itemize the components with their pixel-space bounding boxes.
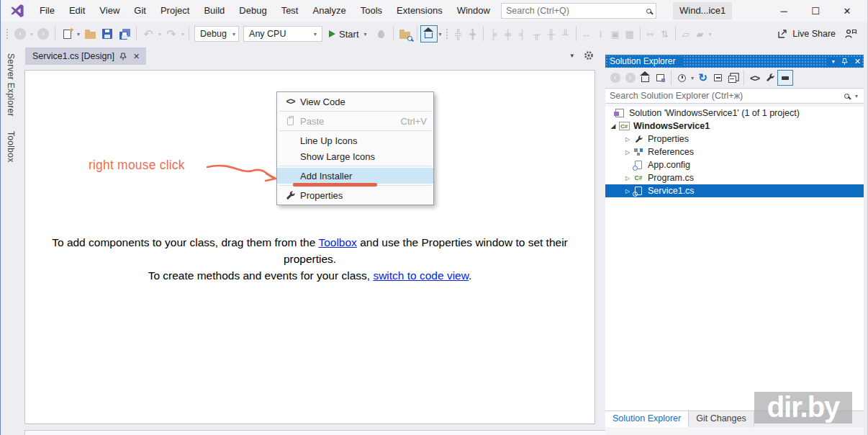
hot-reload-icon[interactable] [373,25,390,42]
switch-views-icon[interactable] [653,70,668,86]
server-explorer-tab[interactable]: Server Explorer [6,46,16,124]
tree-item-properties[interactable]: Properties [605,133,864,145]
forward-icon[interactable]: › [623,70,638,86]
open-file-icon[interactable] [81,25,99,42]
menu-view[interactable]: View [92,0,127,22]
tree-item-windowsservice1-project[interactable]: C# WindowsService1 [605,120,864,133]
live-share-button[interactable]: Live Share [769,29,843,40]
make-same-size-icon[interactable]: ▣ [608,29,623,40]
tab-git-changes[interactable]: Git Changes [689,411,754,427]
window-position-dropdown-icon[interactable]: ▾ [832,58,835,65]
context-item-properties[interactable]: Properties [277,187,433,203]
navigate-back-icon[interactable]: ‹ [12,25,29,42]
feedback-icon[interactable] [844,28,857,40]
expander-collapsed-icon[interactable] [623,188,633,194]
toolbox-tab[interactable]: Toolbox [6,124,16,169]
undo-icon[interactable]: ↶ [140,25,157,42]
save-all-icon[interactable] [116,25,133,42]
toolbar-grip[interactable] [446,28,449,40]
expander-collapsed-icon[interactable] [623,175,633,181]
tree-item-solution[interactable]: Solution 'WindowsService1' (1 of 1 proje… [605,107,864,120]
vertical-spacing-icon[interactable]: ⇅ [658,29,672,40]
properties-window-icon[interactable] [420,25,438,42]
expander-expanded-icon[interactable] [608,122,618,130]
menu-file[interactable]: File [32,0,62,22]
make-same-height-icon[interactable]: Ι [594,29,608,40]
quick-search-input[interactable] [506,6,646,16]
menu-extensions[interactable]: Extensions [389,0,450,22]
send-to-back-icon[interactable]: ▰ [693,29,707,40]
gear-icon[interactable] [584,50,594,60]
view-code-icon[interactable]: <> [747,70,762,86]
menu-build[interactable]: Build [196,0,232,22]
menu-test[interactable]: Test [274,0,306,22]
align-centers-icon[interactable]: ╪ [501,29,515,40]
undo-dropdown-icon[interactable]: ▾ [157,31,163,37]
tree-item-references[interactable]: References [605,145,864,158]
order-dropdown-icon[interactable]: ▾ [707,31,713,37]
tab-list-dropdown-icon[interactable]: ▾ [569,52,575,59]
properties-icon[interactable] [762,70,777,86]
context-item-line-up-icons[interactable]: Line Up Icons [277,133,433,148]
expander-collapsed-icon[interactable] [623,136,633,143]
preview-selected-items-icon[interactable] [777,70,793,86]
expander-collapsed-icon[interactable] [623,149,633,156]
context-item-view-code[interactable]: <> View Code [277,94,433,109]
align-lefts-icon[interactable]: ╞ [487,29,501,40]
quick-search-box[interactable] [501,3,656,19]
pending-changes-filter-icon[interactable] [674,70,690,86]
menu-analyze[interactable]: Analyze [305,0,353,22]
document-tab-service1-design[interactable]: Service1.cs [Design] ✕ [25,48,146,65]
tab-solution-explorer[interactable]: Solution Explorer [605,411,689,427]
align-middles-icon[interactable]: ╫ [544,29,559,40]
save-icon[interactable] [99,25,116,42]
maximize-button[interactable]: ☐ [800,0,831,22]
home-icon[interactable] [638,70,653,86]
menu-edit[interactable]: Edit [62,0,92,22]
solution-explorer-search[interactable]: ▾ [605,88,864,104]
make-same-width-icon[interactable]: ↔ [579,29,594,40]
context-item-add-installer[interactable]: Add Installer [277,168,433,184]
size-to-grid-icon[interactable]: ▦ [623,29,637,40]
new-project-dropdown-icon[interactable]: ▾ [76,31,81,37]
back-icon[interactable]: ‹ [607,70,623,86]
solution-explorer-header[interactable]: Solution Explorer ▾ ✕ [605,55,864,68]
menu-git[interactable]: Git [127,0,153,22]
toolbox-link[interactable]: Toolbox [318,236,356,248]
tree-item-program-cs[interactable]: C# Program.cs [605,171,864,184]
horizontal-spacing-icon[interactable]: ⇿ [643,29,658,40]
tree-item-service1-cs[interactable]: Service1.cs [605,184,864,197]
redo-dropdown-icon[interactable]: ▾ [180,31,186,37]
solution-configuration-combo[interactable]: Debug ▾ [194,26,239,42]
align-to-grid-icon[interactable]: ╋ [466,29,480,40]
solution-platform-combo[interactable]: Any CPU ▾ [243,26,322,42]
context-item-paste[interactable]: Paste Ctrl+V [277,113,433,129]
toolbar-grip[interactable] [6,28,9,40]
filter-dropdown-icon[interactable]: ▾ [690,75,695,81]
show-all-files-icon[interactable] [725,70,741,86]
menu-window[interactable]: Window [450,0,497,22]
solution-explorer-search-input[interactable] [610,91,844,101]
close-button[interactable]: ✕ [831,0,863,22]
bring-to-front-icon[interactable]: ▱ [679,29,693,40]
snap-to-grid-icon[interactable]: ╬ [451,29,466,40]
align-rights-icon[interactable]: ╡ [515,29,530,40]
menu-tools[interactable]: Tools [353,0,389,22]
search-options-dropdown-icon[interactable]: ▾ [854,93,859,99]
align-bottoms-icon[interactable]: ╨ [559,29,573,40]
new-project-icon[interactable] [58,25,76,42]
redo-icon[interactable]: ↷ [163,25,180,42]
close-tab-icon[interactable]: ✕ [132,52,141,61]
designer-surface[interactable]: right mouse click To add components to y… [24,70,595,424]
navigate-back-dropdown-icon[interactable]: ▾ [29,31,35,37]
menu-project[interactable]: Project [153,0,196,22]
refresh-icon[interactable]: ↻ [695,70,710,86]
pin-icon[interactable] [841,58,848,66]
minimize-button[interactable]: ─ [768,0,800,22]
close-panel-icon[interactable]: ✕ [854,57,861,66]
pin-icon[interactable] [119,53,127,60]
navigate-forward-icon[interactable]: › [35,25,52,42]
find-in-files-icon[interactable] [397,25,414,42]
tree-item-app-config[interactable]: App.config [605,158,864,171]
collapse-all-icon[interactable] [710,70,725,86]
